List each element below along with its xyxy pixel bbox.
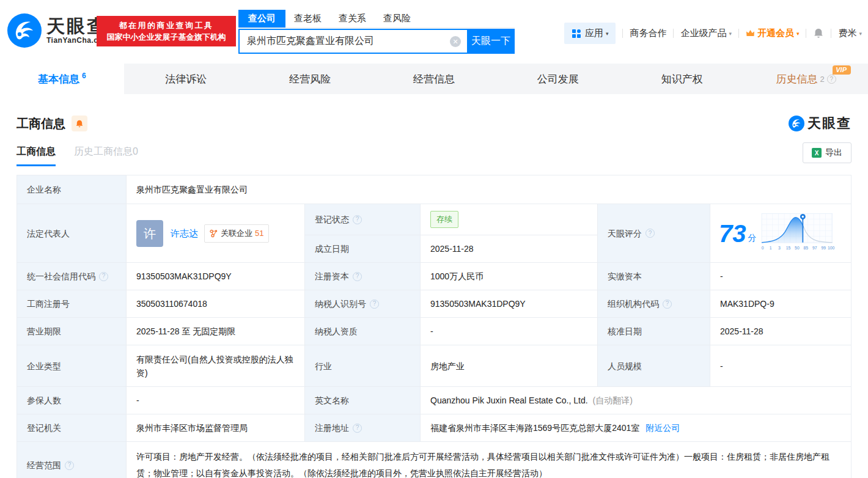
tab-basic-info[interactable]: 基本信息 6 [0, 64, 124, 94]
tab-count: 6 [82, 72, 86, 80]
svg-text:15: 15 [785, 246, 790, 250]
help-icon[interactable]: ? [663, 300, 672, 309]
org-code-value: MAK31DPQ-9 [710, 290, 851, 317]
export-button[interactable]: X 导出 [803, 142, 851, 163]
english-name-label: 英文名称 [305, 387, 421, 414]
establish-date-label: 成立日期 [305, 235, 421, 262]
excel-icon: X [812, 148, 822, 158]
export-label: 导出 [825, 147, 842, 158]
divider [806, 29, 806, 38]
search-block: 查公司 查老板 查关系 查风险 ✕ 天眼一下 [238, 10, 515, 54]
reg-capital-label: 注册资本 ? [305, 263, 421, 290]
related-companies-badge[interactable]: 关联企业 51 [204, 224, 269, 243]
divider [738, 29, 739, 38]
company-name-value: 泉州市匹克聚鑫置业有限公司 [127, 175, 851, 204]
help-icon[interactable]: ? [645, 229, 655, 238]
business-term-value: 2025-11-28 至 无固定期限 [127, 318, 305, 345]
notification-bell-icon[interactable] [813, 28, 824, 39]
tab-label: 基本信息 [38, 72, 79, 86]
nearby-companies-link[interactable]: 附近公司 [645, 421, 680, 435]
help-icon[interactable]: ? [827, 75, 836, 84]
search-tab-company[interactable]: 查公司 [238, 10, 285, 28]
english-name-value: Quanzhou Pik Juxin Real Estate Co., Ltd.… [421, 387, 851, 414]
approval-date-label: 核准日期 [598, 318, 710, 345]
field-row: 统一社会信用代码 ? 91350503MAK31DPQ9Y 注册资本 ? 100… [17, 263, 851, 290]
divider [622, 29, 623, 38]
subtab-business-info[interactable]: 工商信息 [17, 145, 56, 166]
top-nav: 应用 ▾ 商务合作 企业级产品 ▾ 开通会员 ▾ 费米 ▾ [564, 23, 862, 44]
company-type-value: 有限责任公司(自然人投资或控股的法人独资) [127, 345, 305, 386]
credit-code-value: 91350503MAK31DPQ9Y [127, 263, 305, 290]
reg-number-value: 350503110674018 [127, 290, 305, 317]
user-menu[interactable]: 费米 ▾ [838, 28, 862, 39]
search-input[interactable] [238, 29, 467, 54]
reg-address-value: 福建省泉州市丰泽区丰海路1569号匹克总部大厦2401室 附近公司 [421, 414, 851, 441]
apps-menu[interactable]: 应用 ▾ [564, 23, 616, 44]
reg-capital-value: 1000万人民币 [421, 263, 598, 290]
field-row: 法定代表人 许 许志达 关联企业 51 [17, 204, 851, 263]
subscribe-bell-icon[interactable] [72, 116, 87, 131]
field-row: 营业期限 2025-11-28 至 无固定期限 纳税人资质 - 核准日期 202… [17, 318, 851, 345]
search-button[interactable]: 天眼一下 [467, 29, 515, 54]
tab-legal-proceedings[interactable]: 法律诉讼 [124, 64, 248, 94]
promo-banner: 都在用的商业查询工具 国家中小企业发展子基金旗下机构 [97, 16, 236, 46]
industry-label: 行业 [305, 345, 421, 386]
svg-text:85: 85 [803, 246, 808, 250]
related-companies-count: 51 [255, 227, 263, 240]
svg-text:97: 97 [812, 246, 817, 250]
tab-label: 法律诉讼 [165, 72, 207, 86]
reg-address-label: 注册地址 ? [305, 414, 421, 441]
crown-icon [746, 29, 755, 37]
tab-operating-info[interactable]: 经营信息 [372, 64, 496, 94]
avatar: 许 [136, 220, 163, 247]
tab-intellectual-property[interactable]: 知识产权 [620, 64, 744, 94]
subtab-row: 工商信息 历史工商信息0 X 导出 [17, 145, 851, 167]
company-type-label: 企业类型 [17, 345, 127, 386]
section-header: 工商信息 天眼查 [17, 114, 851, 133]
tab-company-development[interactable]: 公司发展 [496, 64, 620, 94]
nav-enterprise-products[interactable]: 企业级产品 ▾ [680, 28, 732, 39]
search-tab-risk[interactable]: 查风险 [375, 10, 419, 28]
field-row: 企业类型 有限责任公司(自然人投资或控股的法人独资) 行业 房地产业 人员规模 … [17, 345, 851, 387]
tab-label: 经营风险 [289, 72, 331, 86]
subtab-history-business-info[interactable]: 历史工商信息0 [74, 145, 138, 166]
taxpayer-id-label: 纳税人识别号 ? [305, 290, 421, 317]
section-title: 工商信息 [17, 116, 65, 132]
status-date-subgrid: 登记状态 ? 存续 成立日期 2025-11-28 [305, 204, 598, 262]
score-distribution-chart: 0 1 3 15 50 85 97 99 100 [760, 212, 836, 255]
search-tab-relation[interactable]: 查关系 [330, 10, 375, 28]
tianyancha-logo[interactable]: 天眼查 TianYanCha.com [7, 13, 109, 48]
tianyancha-logo-icon [7, 13, 42, 48]
company-name-label: 企业名称 [17, 175, 127, 204]
legal-rep-label: 法定代表人 [17, 204, 127, 262]
help-icon[interactable]: ? [370, 300, 379, 309]
chevron-down-icon: ▾ [729, 31, 732, 37]
tab-operating-risk[interactable]: 经营风险 [248, 64, 372, 94]
nav-vip-label: 开通会员 [757, 28, 794, 39]
help-icon[interactable]: ? [65, 461, 74, 470]
help-icon[interactable]: ? [353, 424, 362, 433]
search-tab-boss[interactable]: 查老板 [285, 10, 330, 28]
staff-size-value: - [710, 345, 851, 386]
score-unit: 分 [748, 231, 757, 245]
establish-date-value: 2025-11-28 [421, 235, 598, 262]
nav-cooperation[interactable]: 商务合作 [630, 28, 666, 39]
nav-open-membership[interactable]: 开通会员 ▾ [746, 28, 800, 39]
score-label: 天眼评分 ? [598, 204, 710, 262]
username: 费米 [838, 28, 856, 39]
reg-number-label: 工商注册号 [17, 290, 127, 317]
help-icon[interactable]: ? [353, 215, 362, 224]
reg-authority-value: 泉州市丰泽区市场监督管理局 [127, 414, 305, 441]
field-row: 登记机关 泉州市丰泽区市场监督管理局 注册地址 ? 福建省泉州市丰泽区丰海路15… [17, 414, 851, 442]
clear-search-icon[interactable]: ✕ [450, 36, 461, 47]
legal-rep-link[interactable]: 许志达 [171, 227, 198, 240]
search-tabs: 查公司 查老板 查关系 查风险 [238, 10, 515, 28]
help-icon[interactable]: ? [353, 272, 362, 281]
apps-label: 应用 [585, 28, 603, 39]
tab-history-info[interactable]: VIP 历史信息 2 ? [744, 64, 868, 94]
taxpayer-id-value: 91350503MAK31DPQ9Y [421, 290, 598, 317]
reg-status-value: 存续 [421, 204, 598, 235]
business-info-table: 企业名称 泉州市匹克聚鑫置业有限公司 法定代表人 许 许志达 关联企业 51 [17, 175, 851, 478]
help-icon[interactable]: ? [99, 272, 108, 281]
taxpayer-quality-value: - [421, 318, 598, 345]
